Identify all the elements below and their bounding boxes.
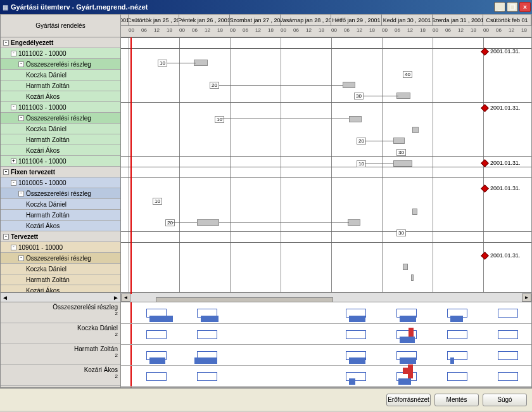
milestone-diamond[interactable] bbox=[481, 104, 489, 112]
gantt-bar[interactable] bbox=[197, 219, 219, 226]
expander-icon[interactable]: - bbox=[11, 105, 16, 110]
capacity-bar bbox=[447, 330, 467, 339]
expander-icon[interactable]: - bbox=[3, 169, 9, 175]
tree-label: Tervezett bbox=[11, 233, 38, 240]
gantt-bar-label: 30 bbox=[396, 149, 406, 156]
gantt-bar-label: 10 bbox=[158, 60, 167, 67]
expander-icon[interactable]: - bbox=[3, 40, 9, 46]
scrollbar-thumb[interactable] bbox=[156, 297, 333, 302]
day-header: Szerda jan 31 , 2001 bbox=[433, 15, 483, 26]
save-button[interactable]: Mentés bbox=[434, 394, 479, 406]
load-bar bbox=[149, 357, 165, 364]
tree-row[interactable]: Harmath Zoltán bbox=[1, 210, 120, 221]
tree-row[interactable]: Kozári Ákos bbox=[1, 91, 120, 102]
resource-view-button[interactable]: Erőforrásnézet bbox=[386, 394, 431, 406]
gantt-bar[interactable] bbox=[396, 93, 410, 99]
tree-label: 1011003 - 10000 bbox=[18, 104, 66, 111]
tree-row[interactable]: +1011004 - 10000 bbox=[1, 156, 120, 167]
day-header: Hétfő jan 29 , 2001 bbox=[331, 15, 382, 26]
tree-label: Harmath Zoltán bbox=[26, 136, 70, 143]
milestone-diamond[interactable] bbox=[481, 252, 489, 260]
tree-row[interactable]: Harmath Zoltán bbox=[1, 274, 120, 285]
gantt-bar[interactable] bbox=[412, 127, 419, 133]
gantt-bar[interactable] bbox=[349, 116, 362, 122]
load-bar bbox=[349, 378, 355, 385]
milestone-label: 2001.01.31. bbox=[490, 160, 521, 166]
scroll-right-icon[interactable]: ► bbox=[113, 294, 119, 301]
load-bar bbox=[194, 357, 217, 364]
milestone-label: 2001.01.31. bbox=[490, 48, 521, 55]
expander-icon[interactable]: - bbox=[3, 234, 9, 240]
minimize-button[interactable]: _ bbox=[494, 2, 505, 12]
tree-row[interactable]: -Összeszerelési részleg bbox=[1, 188, 120, 199]
expander-icon[interactable]: - bbox=[11, 180, 16, 186]
tree-row[interactable]: -Összeszerelési részleg bbox=[1, 253, 120, 264]
expander-icon[interactable]: - bbox=[18, 255, 24, 261]
tree-row[interactable]: -1011002 - 10000 bbox=[1, 48, 120, 59]
tree-row[interactable]: Koczka Dániel bbox=[1, 70, 120, 80]
resource-scale-tick: 2 bbox=[115, 373, 118, 379]
milestone-diamond[interactable] bbox=[481, 48, 489, 56]
hour-tick: 06 bbox=[344, 27, 350, 33]
tree-row[interactable]: Koczka Dániel bbox=[1, 124, 120, 134]
overload-bar bbox=[408, 364, 413, 378]
tree-row[interactable]: Koczka Dániel bbox=[1, 199, 120, 210]
expander-icon[interactable]: - bbox=[18, 61, 24, 67]
tree-label: 1010005 - 10000 bbox=[18, 179, 66, 186]
tree-scrollbar[interactable]: ◄ ► bbox=[1, 292, 120, 302]
gantt-bar[interactable] bbox=[393, 138, 405, 144]
scroll-left-icon[interactable]: ◄ bbox=[2, 294, 8, 301]
tree-label: Harmath Zoltán bbox=[26, 212, 70, 219]
tree-row[interactable]: -1011003 - 10000 bbox=[1, 102, 120, 113]
tree-row[interactable]: Harmath Zoltán bbox=[1, 134, 120, 145]
tree-label: Harmath Zoltán bbox=[26, 276, 70, 283]
expander-icon[interactable]: - bbox=[18, 191, 24, 196]
scroll-right-icon[interactable]: ► bbox=[522, 293, 531, 302]
close-button[interactable]: × bbox=[519, 2, 531, 12]
tree-row[interactable]: -Engedélyezett bbox=[1, 37, 120, 48]
expander-icon[interactable]: - bbox=[18, 115, 24, 121]
capacity-bar bbox=[346, 330, 366, 339]
gantt-bar[interactable] bbox=[403, 264, 408, 270]
maximize-button[interactable]: ❐ bbox=[507, 2, 518, 12]
tree-row[interactable]: Kozári Ákos bbox=[1, 285, 120, 292]
hour-tick: 06 bbox=[395, 27, 400, 33]
resource-name: Koczka Dániel bbox=[77, 325, 118, 332]
gantt-bar[interactable] bbox=[348, 219, 360, 226]
day-header: 001 bbox=[121, 15, 129, 26]
resource-row: Koczka Dániel2 bbox=[1, 323, 120, 344]
load-bar bbox=[450, 316, 463, 322]
gantt-bar[interactable] bbox=[343, 82, 355, 88]
gantt-scrollbar[interactable]: ◄ ► bbox=[121, 292, 531, 302]
gantt-bar[interactable] bbox=[411, 274, 414, 281]
tree-row[interactable]: -Összeszerelési részleg bbox=[1, 113, 120, 124]
tree-row[interactable]: -1010005 - 10000 bbox=[1, 177, 120, 188]
tree-row[interactable]: -109001 - 10000 bbox=[1, 242, 120, 253]
tree-row[interactable]: Harmath Zoltán bbox=[1, 80, 120, 91]
tree-row[interactable]: Kozári Ákos bbox=[1, 221, 120, 231]
expander-icon[interactable]: - bbox=[11, 245, 16, 250]
tree-row[interactable]: Koczka Dániel bbox=[1, 264, 120, 274]
expander-icon[interactable]: - bbox=[11, 51, 16, 56]
capacity-bar bbox=[498, 309, 518, 318]
milestone-label: 2001.01.31. bbox=[490, 185, 521, 191]
milestone-diamond[interactable] bbox=[481, 159, 489, 167]
tree-row[interactable]: -Összeszerelési részleg bbox=[1, 59, 120, 70]
tree-row[interactable]: -Tervezett bbox=[1, 231, 120, 242]
day-separator bbox=[281, 37, 281, 294]
hour-tick: 12 bbox=[306, 27, 312, 33]
tree-row[interactable]: -Fixen tervezett bbox=[1, 167, 120, 177]
milestone-diamond[interactable] bbox=[481, 184, 489, 193]
day-separator bbox=[230, 37, 231, 294]
gantt-bar[interactable] bbox=[393, 160, 412, 167]
tree-label: Kozári Ákos bbox=[26, 287, 60, 293]
help-button[interactable]: Súgó bbox=[483, 394, 527, 406]
scroll-left-icon[interactable]: ◄ bbox=[121, 293, 130, 302]
hour-tick: 00 bbox=[281, 27, 286, 33]
expander-icon[interactable]: + bbox=[11, 158, 16, 164]
hour-tick: 00 bbox=[433, 27, 438, 33]
gantt-bar[interactable] bbox=[194, 60, 208, 66]
capacity-bar bbox=[498, 330, 518, 339]
gantt-bar[interactable] bbox=[412, 209, 417, 215]
tree-row[interactable]: Kozári Ákos bbox=[1, 145, 120, 156]
